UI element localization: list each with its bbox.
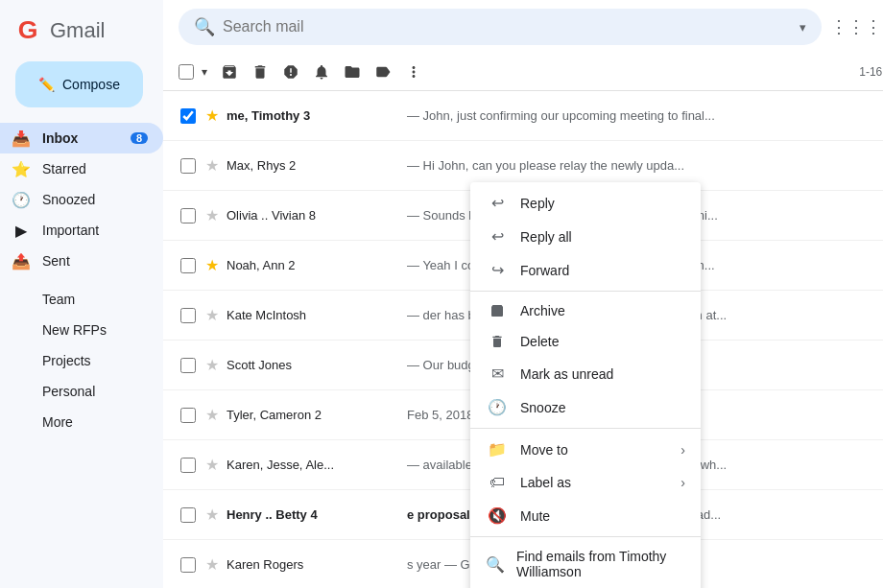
star-icon[interactable]: ★ <box>205 506 219 524</box>
star-icon[interactable]: ★ <box>205 555 219 574</box>
email-sender: me, Timothy 3 <box>227 108 399 123</box>
spam-button[interactable] <box>276 58 305 86</box>
menu-item-label: Move to <box>520 442 568 458</box>
star-icon[interactable]: ★ <box>205 256 219 274</box>
email-sender: Tyler, Cameron 2 <box>227 408 399 422</box>
menu-item-archive[interactable]: Archive <box>470 295 701 326</box>
email-checkbox[interactable] <box>179 408 198 423</box>
submenu-arrow-icon: › <box>680 442 685 458</box>
archive-button[interactable] <box>215 58 244 86</box>
email-sender: Max, Rhys 2 <box>227 158 399 173</box>
svg-text:G: G <box>18 15 38 44</box>
email-checkbox[interactable] <box>179 258 198 273</box>
menu-item-label: Find emails from Timothy Williamson <box>516 549 685 579</box>
reply-icon: ↩ <box>486 194 509 212</box>
archive-icon <box>486 303 509 318</box>
mark-unread-icon: ✉ <box>486 365 509 383</box>
email-sender: Kate McIntosh <box>227 308 399 322</box>
new-rfps-label: New RFPs <box>42 322 148 338</box>
sidebar-item-new-rfps[interactable]: New RFPs <box>0 315 163 345</box>
menu-item-label-as[interactable]: 🏷 Label as › <box>470 466 701 499</box>
toolbar: ▾ 1-16 of 16 <box>163 54 883 91</box>
move-to-icon: 📁 <box>486 440 509 459</box>
starred-icon: ⭐ <box>12 160 31 178</box>
email-checkbox[interactable] <box>179 208 198 223</box>
star-icon[interactable]: ★ <box>205 406 219 424</box>
menu-item-delete[interactable]: Delete <box>470 326 701 357</box>
sidebar-item-sent[interactable]: 📤 Sent <box>0 246 163 276</box>
star-icon[interactable]: ★ <box>205 156 219 175</box>
email-row[interactable]: ★ me, Timothy 3 — John, just confirming … <box>163 91 883 141</box>
menu-divider <box>470 536 701 537</box>
snoozed-label: Snoozed <box>42 192 148 207</box>
email-checkbox[interactable] <box>179 458 198 473</box>
email-checkbox[interactable] <box>179 358 198 373</box>
starred-label: Starred <box>42 161 148 176</box>
delete-button[interactable] <box>246 58 274 86</box>
top-right-icons: ⋮⋮⋮ 🔔 J <box>837 8 883 46</box>
important-icon: ▶ <box>12 222 31 240</box>
menu-item-mute[interactable]: 🔇 Mute <box>470 499 701 532</box>
snooze-menu-icon: 🕐 <box>486 398 509 416</box>
email-checkbox[interactable] <box>179 507 198 523</box>
mute-icon: 🔇 <box>486 506 509 525</box>
email-checkbox[interactable] <box>179 158 198 174</box>
sidebar-item-personal[interactable]: Personal <box>0 376 163 407</box>
snooze-button[interactable] <box>307 58 336 86</box>
menu-item-reply[interactable]: ↩ Reply <box>470 186 701 220</box>
select-dropdown-button[interactable]: ▾ <box>196 59 213 84</box>
menu-item-reply-all[interactable]: ↩ Reply all <box>470 220 701 253</box>
inbox-badge: 8 <box>131 132 148 144</box>
menu-item-label: Label as <box>520 475 571 490</box>
menu-item-label: Mark as unread <box>520 366 613 382</box>
menu-divider <box>470 291 701 292</box>
star-icon[interactable]: ★ <box>205 456 219 474</box>
apps-button[interactable]: ⋮⋮⋮ <box>837 8 875 46</box>
email-sender: Noah, Ann 2 <box>227 258 399 272</box>
pagination-info: 1-16 of 16 ‹ › <box>859 59 883 84</box>
email-sender: Scott Jones <box>227 358 399 372</box>
search-input[interactable] <box>223 18 792 35</box>
compose-label: Compose <box>62 77 120 92</box>
menu-item-snooze[interactable]: 🕐 Snooze <box>470 390 701 424</box>
compose-icon: ✏️ <box>38 77 55 92</box>
search-dropdown-icon[interactable]: ▾ <box>799 20 806 35</box>
menu-item-mark-unread[interactable]: ✉ Mark as unread <box>470 357 701 390</box>
menu-item-label: Snooze <box>520 400 565 415</box>
context-menu: ↩ Reply ↩ Reply all ↪ Forward Archive <box>470 182 701 588</box>
star-icon[interactable]: ★ <box>205 306 219 324</box>
sidebar-item-more[interactable]: More <box>0 407 163 437</box>
star-icon[interactable]: ★ <box>205 106 219 125</box>
sidebar-item-inbox[interactable]: 📥 Inbox 8 <box>0 123 163 153</box>
reply-all-icon: ↩ <box>486 227 509 246</box>
projects-label: Projects <box>42 353 148 368</box>
sidebar-item-starred[interactable]: ⭐ Starred <box>0 153 163 184</box>
move-to-button[interactable] <box>338 58 367 86</box>
compose-button[interactable]: ✏️ Compose <box>15 61 143 107</box>
email-snippet: — John, just confirming our upcoming mee… <box>407 108 715 123</box>
sidebar-item-projects[interactable]: Projects <box>0 345 163 376</box>
star-icon[interactable]: ★ <box>205 356 219 374</box>
menu-item-find-emails[interactable]: 🔍 Find emails from Timothy Williamson <box>470 541 701 587</box>
star-icon[interactable]: ★ <box>205 206 219 224</box>
more-options-button[interactable] <box>399 58 428 86</box>
sidebar-item-important[interactable]: ▶ Important <box>0 215 163 246</box>
email-checkbox[interactable] <box>179 108 198 124</box>
label-button[interactable] <box>369 58 397 86</box>
email-checkbox[interactable] <box>179 557 198 573</box>
menu-item-move-to[interactable]: 📁 Move to › <box>470 433 701 466</box>
sidebar-item-team[interactable]: Team <box>0 284 163 315</box>
select-all-checkbox[interactable] <box>179 64 194 80</box>
submenu-arrow-icon: › <box>680 475 685 490</box>
search-bar[interactable]: 🔍 ▾ <box>179 9 822 45</box>
email-sender: Henry .. Betty 4 <box>227 507 399 522</box>
menu-item-label: Delete <box>520 334 559 349</box>
important-label: Important <box>42 223 148 238</box>
menu-item-label: Forward <box>520 263 569 278</box>
main-panel: 🔍 ▾ ⋮⋮⋮ 🔔 J ▾ <box>163 0 883 588</box>
email-checkbox[interactable] <box>179 308 198 323</box>
menu-item-forward[interactable]: ↪ Forward <box>470 253 701 287</box>
sidebar-item-snoozed[interactable]: 🕐 Snoozed <box>0 184 163 215</box>
sidebar: G Gmail ✏️ Compose 📥 Inbox 8 ⭐ Starred 🕐… <box>0 0 163 588</box>
email-list: ★ me, Timothy 3 — John, just confirming … <box>163 91 883 588</box>
